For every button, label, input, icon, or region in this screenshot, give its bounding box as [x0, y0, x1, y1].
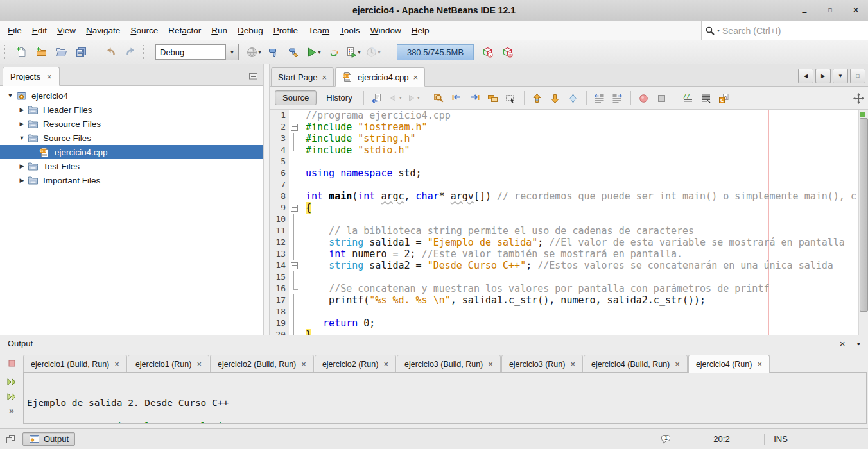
fold-margin[interactable]: [289, 260, 299, 271]
code-line[interactable]: 11 // la biblioteca string permite el us…: [270, 225, 868, 237]
code-line[interactable]: 9{: [270, 202, 868, 214]
run-project-button[interactable]: ▾: [304, 43, 323, 62]
tree-node-source-files[interactable]: ▼Source Files: [0, 131, 263, 145]
forward-button[interactable]: ▾: [404, 90, 421, 106]
tree-node-ejercicio4[interactable]: ▼ejercicio4: [0, 89, 263, 103]
close-icon[interactable]: ×: [840, 338, 846, 349]
menu-run[interactable]: Run: [206, 22, 232, 38]
code-line[interactable]: 12 string salida1 = "Ejemplo de salida";…: [270, 237, 868, 248]
uncomment-button[interactable]: [698, 90, 715, 106]
output-console[interactable]: Ejemplo de salida 2. Desde Curso C++ RUN…: [23, 372, 867, 424]
stop-macro-button[interactable]: [654, 90, 670, 106]
code-line[interactable]: 14 string salida2 = "Desde Curso C++"; /…: [270, 260, 868, 271]
chevron-down-icon[interactable]: ▾: [417, 95, 420, 101]
menu-source[interactable]: Source: [125, 22, 163, 38]
expand-icon[interactable]: ▶: [17, 163, 27, 169]
scroll-tabs-left-button[interactable]: ◀: [798, 69, 813, 83]
start-macro-button[interactable]: [636, 90, 652, 106]
fold-margin[interactable]: [289, 202, 299, 214]
collapse-icon[interactable]: ▼: [5, 92, 15, 99]
expand-icon[interactable]: ▶: [17, 106, 27, 113]
chevron-down-icon[interactable]: ▾: [399, 95, 402, 101]
rerun-with-options-button[interactable]: [4, 389, 19, 403]
menu-navigate[interactable]: Navigate: [81, 22, 125, 38]
notifications-button[interactable]: 1: [661, 434, 673, 445]
code-line[interactable]: 16 //Se concatenan y muestran los valore…: [270, 283, 868, 294]
code-editor[interactable]: 1//programa ejercicio4.cpp2#include "ios…: [270, 110, 868, 335]
team-notifications-button[interactable]: @: [498, 43, 517, 62]
source-view-button[interactable]: Source: [275, 90, 317, 105]
code-line[interactable]: 15: [270, 271, 868, 283]
quick-search[interactable]: ▾: [701, 21, 868, 40]
output-tab-ejercicio3-run-[interactable]: ejercicio3 (Run)×: [501, 355, 583, 373]
output-tab-ejercicio1-build-run-[interactable]: ejercicio1 (Build, Run)×: [23, 355, 127, 373]
code-line[interactable]: 20}: [270, 329, 868, 335]
editor-scrollbar[interactable]: [858, 110, 868, 335]
fold-margin[interactable]: [289, 121, 299, 133]
output-window-button[interactable]: Output: [22, 432, 75, 446]
menu-help[interactable]: Help: [406, 22, 435, 38]
undo-button[interactable]: [101, 43, 120, 62]
code-line[interactable]: 4#include "stdio.h": [270, 144, 868, 156]
code-line[interactable]: 5: [270, 156, 868, 167]
last-edit-location-button[interactable]: [369, 90, 385, 106]
expand-icon[interactable]: ▶: [17, 177, 27, 183]
rerun-button[interactable]: [4, 375, 19, 389]
float-window-icon[interactable]: ●: [857, 341, 860, 347]
output-tab-ejercicio4-build-run-[interactable]: ejercicio4 (Build, Run)×: [584, 355, 688, 373]
chevron-down-icon[interactable]: ▾: [318, 49, 320, 55]
output-tab-ejercicio4-run-[interactable]: ejercicio4 (Run)×: [688, 355, 770, 373]
close-icon[interactable]: ×: [488, 359, 493, 369]
previous-bookmark-button[interactable]: [529, 90, 546, 106]
history-view-button[interactable]: History: [319, 91, 359, 105]
menu-view[interactable]: View: [52, 22, 81, 38]
rectangular-selection-button[interactable]: [503, 90, 519, 106]
find-next-button[interactable]: [467, 90, 483, 106]
close-icon[interactable]: ×: [413, 72, 419, 82]
code-line[interactable]: 7: [270, 179, 868, 191]
output-tab-ejercicio2-build-run-[interactable]: ejercicio2 (Build, Run)×: [210, 355, 314, 373]
shift-line-right-button[interactable]: [609, 90, 626, 106]
menu-file[interactable]: File: [3, 22, 27, 38]
tree-node-resource-files[interactable]: ▶Resource Files: [0, 117, 263, 131]
menu-debug[interactable]: Debug: [232, 22, 268, 38]
tree-node-test-files[interactable]: ▶Test Files: [0, 159, 263, 173]
menu-window[interactable]: Window: [365, 22, 406, 38]
save-all-button[interactable]: [72, 43, 91, 62]
output-tab-ejercicio3-build-run-[interactable]: ejercicio3 (Build, Run)×: [397, 355, 501, 373]
close-icon[interactable]: ×: [301, 359, 306, 369]
maximize-editor-button[interactable]: □: [850, 69, 865, 83]
menu-profile[interactable]: Profile: [268, 22, 303, 38]
toggle-highlight-button[interactable]: [485, 90, 501, 106]
close-icon[interactable]: ×: [675, 359, 680, 369]
menu-team[interactable]: Team: [303, 22, 334, 38]
code-line[interactable]: 17 printf("%s %d. %s \n", salida1.c_str(…: [270, 294, 868, 306]
code-line[interactable]: 6using namespace std;: [270, 167, 868, 179]
deploy-button[interactable]: ▾: [245, 43, 263, 62]
restore-window-group-icon[interactable]: [5, 434, 16, 445]
search-input[interactable]: [721, 25, 865, 37]
tab-projects[interactable]: Projects ×: [3, 67, 60, 86]
minimize-button[interactable]: –: [800, 7, 809, 17]
back-button[interactable]: ▾: [386, 90, 403, 106]
stop-process-button[interactable]: [4, 356, 19, 370]
profile-project-button[interactable]: ▾: [344, 43, 363, 62]
panel-splitter[interactable]: [263, 64, 270, 335]
close-icon[interactable]: ×: [322, 72, 327, 82]
chevron-down-icon[interactable]: ▾: [258, 49, 261, 55]
code-line[interactable]: 1//programa ejercicio4.cpp: [270, 110, 868, 121]
redo-button[interactable]: [121, 43, 140, 62]
output-tab-ejercicio2-run-[interactable]: ejercicio2 (Run)×: [315, 355, 396, 373]
scroll-tabs-right-button[interactable]: ▶: [815, 69, 831, 83]
chevron-down-icon[interactable]: ▾: [378, 49, 380, 55]
menu-refactor[interactable]: Refactor: [163, 22, 206, 38]
close-icon[interactable]: ×: [570, 359, 575, 369]
close-icon[interactable]: ×: [114, 359, 119, 369]
build-project-button[interactable]: [265, 43, 283, 62]
code-line[interactable]: 8int main(int argc, char* argv[]) // rec…: [270, 191, 868, 202]
tree-node-ejercicio4-cpp[interactable]: C++ejercicio4.cpp: [0, 145, 263, 159]
close-button[interactable]: ×: [851, 4, 860, 17]
output-tab-ejercicio1-run-[interactable]: ejercicio1 (Run)×: [128, 355, 209, 373]
tree-node-important-files[interactable]: ▶Important Files: [0, 173, 263, 187]
minimize-panel-icon[interactable]: [248, 70, 259, 81]
